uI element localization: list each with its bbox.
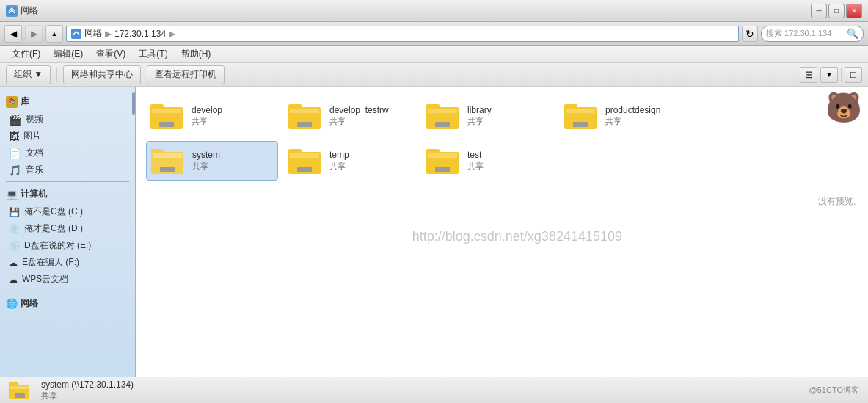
folder-library-name: library [467, 105, 492, 115]
organize-button[interactable]: 组织 ▼ [6, 65, 51, 84]
sidebar-section-network-header[interactable]: 🌐 网络 [0, 294, 135, 313]
sidebar-section-computer-header[interactable]: 💻 计算机 [0, 185, 135, 203]
close-button[interactable]: ✕ [846, 4, 862, 18]
search-box[interactable]: 搜索 172.30.1.134 🔍 [761, 26, 864, 42]
sidebar-drive-f-label: E盘在骗人 (F:) [22, 256, 79, 269]
up-button[interactable]: ▲ [45, 25, 63, 43]
sidebar-item-drive-e[interactable]: 💿 D盘在说的对 (E:) [0, 237, 135, 254]
view-dropdown-button[interactable]: ▼ [820, 67, 838, 83]
folder-productdesign-info: productdesign 共享 [605, 105, 660, 127]
sidebar-item-drive-c[interactable]: 💾 俺不是C盘 (C:) [0, 203, 135, 220]
maximize-button[interactable]: □ [828, 4, 845, 18]
back-button[interactable]: ◀ [4, 25, 22, 43]
folder-productdesign[interactable]: productdesign 共享 [560, 97, 692, 135]
toolbar-separator-1 [56, 68, 57, 82]
view-toggle-button[interactable]: ⊞ [800, 67, 817, 83]
folder-develop-icon [150, 101, 186, 131]
path-sep-1: ▶ [105, 29, 112, 39]
folder-temp-name: temp [329, 150, 349, 160]
sidebar-item-music[interactable]: 🎵 音乐 [0, 161, 135, 178]
title-bar-left: 网络 [6, 4, 38, 17]
sidebar-scrollbar-thumb[interactable] [132, 92, 135, 115]
sidebar-item-image[interactable]: 🖼 图片 [0, 128, 135, 145]
status-info: system (\\172.30.1.134) 共享 [41, 380, 134, 402]
svg-rect-12 [428, 109, 457, 113]
organize-label: 组织 ▼ [14, 68, 43, 81]
svg-rect-5 [159, 122, 174, 127]
svg-rect-13 [435, 122, 450, 127]
folder-library-icon [426, 101, 462, 131]
folder-test-info: test 共享 [467, 150, 484, 172]
window-title: 网络 [21, 4, 38, 17]
sidebar-wps-label: WPS云文档 [22, 273, 68, 286]
sidebar-network-label: 网络 [21, 297, 38, 310]
mascot-emoji: 🐻 [825, 92, 862, 122]
svg-rect-20 [153, 153, 182, 158]
search-icon[interactable]: 🔍 [847, 28, 858, 39]
menu-view[interactable]: 查看(V) [90, 46, 131, 62]
svg-rect-16 [566, 109, 595, 113]
sidebar-item-wps[interactable]: ☁ WPS云文档 [0, 271, 135, 288]
sidebar-library-label: 库 [21, 95, 29, 108]
sidebar-computer-label: 计算机 [21, 188, 47, 200]
address-bar: ◀ ▶ ▲ 网络 ▶ 172.30.1.134 ▶ ↻ 搜索 172.30.1.… [0, 22, 868, 46]
folder-develop[interactable]: develop 共享 [146, 97, 278, 135]
svg-rect-17 [573, 122, 588, 127]
sidebar-image-label: 图片 [23, 130, 41, 142]
folder-library-info: library 共享 [467, 105, 492, 127]
folder-library[interactable]: library 共享 [422, 97, 554, 135]
menu-edit[interactable]: 编辑(E) [48, 46, 89, 62]
no-preview-text: 没有预览。 [818, 196, 862, 206]
document-icon: 📄 [9, 148, 21, 159]
folder-develop-name: develop [192, 105, 222, 115]
menu-help[interactable]: 帮助(H) [175, 46, 217, 62]
status-folder-desc: 共享 [41, 391, 134, 402]
folder-develop-testrw[interactable]: develop_testrw 共享 [284, 97, 416, 135]
sidebar-section-library-header[interactable]: 📚 库 [0, 92, 135, 111]
sidebar-item-drive-d[interactable]: 💿 俺才是C盘 (D:) [0, 220, 135, 237]
folder-system[interactable]: system 共享 [146, 141, 278, 181]
menu-help-label: 帮助(H) [181, 48, 211, 59]
window-icon [6, 5, 18, 17]
folder-system-desc: 共享 [192, 161, 220, 172]
folder-productdesign-desc: 共享 [605, 116, 660, 127]
no-preview-container: 没有预览。 [818, 195, 862, 208]
network-center-label: 网络和共享中心 [71, 68, 133, 81]
network-center-button[interactable]: 网络和共享中心 [63, 65, 141, 84]
forward-button[interactable]: ▶ [25, 25, 43, 43]
computer-icon: 💻 [6, 189, 18, 200]
video-icon: 🎬 [9, 114, 21, 126]
sidebar-drive-d-label: 俺才是C盘 (D:) [24, 222, 83, 235]
window-controls: ─ □ ✕ [811, 4, 862, 18]
sidebar-item-video[interactable]: 🎬 视频 [0, 111, 135, 128]
toolbar: 组织 ▼ 网络和共享中心 查看远程打印机 ⊞ ▼ □ [0, 63, 868, 87]
menu-tools[interactable]: 工具(T) [133, 46, 173, 62]
folder-temp[interactable]: temp 共享 [284, 141, 416, 181]
menu-edit-label: 编辑(E) [54, 48, 83, 59]
image-icon: 🖼 [9, 131, 19, 142]
menu-file[interactable]: 文件(F) [6, 46, 46, 62]
network-icon: 🌐 [6, 298, 18, 309]
toolbar-separator-2 [841, 68, 842, 82]
folder-develop-desc: 共享 [192, 116, 222, 127]
folder-test-name: test [467, 150, 484, 160]
main-container: 📚 库 🎬 视频 🖼 图片 📄 文档 🎵 音乐 💻 计算机 💾 俺不是C盘 (C… [0, 87, 868, 377]
minimize-button[interactable]: ─ [811, 4, 827, 18]
music-icon: 🎵 [9, 164, 21, 176]
folder-test[interactable]: test 共享 [422, 141, 554, 181]
menu-bar: 文件(F) 编辑(E) 查看(V) 工具(T) 帮助(H) [0, 46, 868, 63]
folder-system-info: system 共享 [192, 150, 220, 172]
remote-print-label: 查看远程打印机 [155, 68, 216, 81]
sidebar-item-document[interactable]: 📄 文档 [0, 145, 135, 161]
remote-print-button[interactable]: 查看远程打印机 [147, 65, 225, 84]
sidebar-divider-1 [6, 181, 129, 182]
status-folder-name: system (\\172.30.1.134) [41, 380, 134, 390]
refresh-button[interactable]: ↻ [742, 26, 758, 42]
address-path[interactable]: 网络 ▶ 172.30.1.134 ▶ [66, 26, 739, 42]
sidebar-item-drive-f[interactable]: ☁ E盘在骗人 (F:) [0, 254, 135, 271]
svg-rect-9 [297, 122, 312, 127]
folder-library-desc: 共享 [467, 116, 492, 127]
preview-toggle-button[interactable]: □ [845, 67, 862, 83]
svg-rect-4 [152, 109, 181, 113]
status-folder-icon [9, 380, 32, 401]
